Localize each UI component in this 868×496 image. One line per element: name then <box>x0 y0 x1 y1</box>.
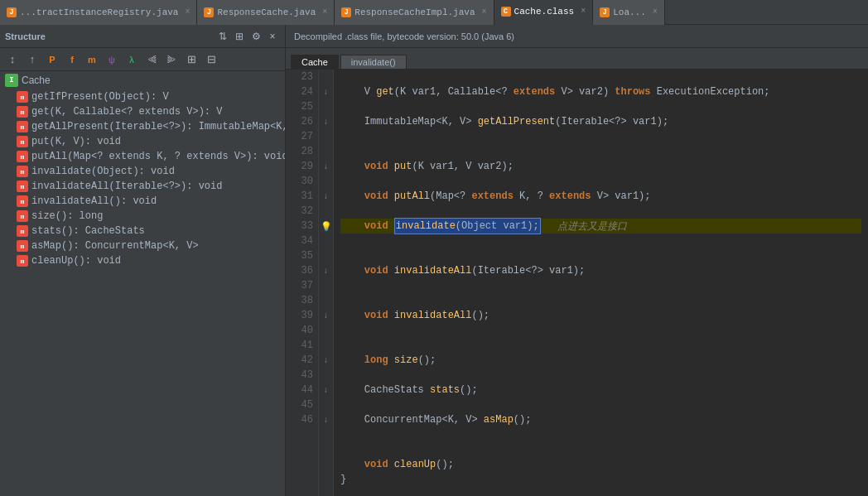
tab-icon-1: J <box>7 7 17 17</box>
show-public-btn[interactable]: P <box>43 51 61 69</box>
tab-cache-class[interactable]: C Cache.class × <box>494 0 594 25</box>
linenum-44: 44 <box>291 383 313 397</box>
method-name-8: size(): long <box>31 210 103 222</box>
settings-btn[interactable]: ⚙ <box>248 29 263 44</box>
align-left-btn[interactable]: ⫷ <box>142 51 161 69</box>
tab-icon-5: J <box>600 7 610 17</box>
linenum-41: 41 <box>291 338 313 353</box>
tab-tractinstanceregistry[interactable]: J ...tractInstanceRegistry.java × <box>0 0 197 25</box>
gutter-43 <box>319 368 333 383</box>
token-31-3: putAll <box>394 189 430 204</box>
linenum-42: 42 <box>291 353 313 368</box>
token-33-3: invalidate <box>396 220 456 232</box>
struct-item-5[interactable]: m invalidate(Object): void <box>0 164 285 179</box>
token-36-3: invalidateAll <box>394 263 472 278</box>
struct-item-8[interactable]: m size(): long <box>0 209 285 224</box>
gutter-37 <box>319 278 333 293</box>
info-bar: Decompiled .class file, bytecode version… <box>286 25 868 48</box>
method-icon-1: m <box>17 106 28 118</box>
token-36-2: void <box>364 263 394 278</box>
code-line-25 <box>340 99 861 114</box>
close-panel-btn[interactable]: × <box>265 29 280 44</box>
token-24-3: get <box>376 84 394 99</box>
gutter-33: 💡 <box>319 219 333 234</box>
arrow-44: ↓ <box>323 386 328 395</box>
struct-item-7[interactable]: m invalidateAll(): void <box>0 194 285 209</box>
tab-responsecacheimpl[interactable]: J ResponseCacheImpl.java × <box>335 0 494 25</box>
token-42-4: (); <box>418 353 436 368</box>
tab-loa[interactable]: J Loa... × <box>593 0 665 25</box>
arrow-46: ↓ <box>323 416 328 425</box>
sort-type-btn[interactable]: ↑ <box>23 51 41 69</box>
show-anon-btn[interactable]: λ <box>123 51 141 69</box>
gutter-29: ↓ <box>319 159 333 174</box>
right-panel: Decompiled .class file, bytecode version… <box>286 25 868 496</box>
code-line-48 <box>340 442 861 457</box>
arrow-29: ↓ <box>323 162 328 171</box>
token-31-6: K, ? <box>519 189 549 204</box>
token-42-1 <box>340 353 364 368</box>
tab-close-2[interactable]: × <box>322 7 327 17</box>
code-line-27 <box>340 129 861 144</box>
tab-responsecache[interactable]: J ResponseCache.java × <box>197 0 335 25</box>
tab-label-2: ResponseCache.java <box>217 7 316 17</box>
tab-close-4[interactable]: × <box>581 7 586 16</box>
token-33-3-highlighted: invalidate(Object var1); <box>394 218 541 234</box>
token-33-4: (Object var1); <box>456 220 539 232</box>
struct-item-3[interactable]: m put(K, V): void <box>0 134 285 149</box>
token-33-1 <box>340 219 364 234</box>
token-44-4: (); <box>460 383 478 397</box>
editor-tab-invalidate[interactable]: invalidate() <box>340 55 407 69</box>
method-icon-11: m <box>17 255 28 267</box>
show-methods-btn[interactable]: m <box>83 51 101 69</box>
editor-tab-cache[interactable]: Cache <box>291 55 339 69</box>
token-46-3: asMap <box>484 412 514 427</box>
sort-alpha-btn[interactable]: ↕ <box>3 51 22 69</box>
tab-icon-2: J <box>204 7 214 17</box>
method-name-11: cleanUp(): void <box>31 255 121 267</box>
expand-all-btn[interactable]: ⊞ <box>182 51 200 69</box>
linenum-26: 26 <box>291 114 313 129</box>
gutter-38 <box>319 293 333 308</box>
code-line-24: V get(K var1, Callable<? extends V> var2… <box>340 84 861 99</box>
linenum-46: 46 <box>291 412 313 427</box>
struct-item-4[interactable]: m putAll(Map<? extends K, ? extends V>):… <box>0 149 285 164</box>
code-line-28 <box>340 144 861 159</box>
arrow-36: ↓ <box>323 267 328 276</box>
tab-label-5: Loa... <box>613 7 646 17</box>
method-name-3: put(K, V): void <box>31 136 121 147</box>
show-fields-btn[interactable]: f <box>63 51 81 69</box>
gutter-27 <box>319 129 333 144</box>
struct-item-2[interactable]: m getAllPresent(Iterable<?>): ImmutableM… <box>0 119 285 134</box>
tab-close-3[interactable]: × <box>482 7 487 17</box>
tab-icon-4: C <box>501 7 511 17</box>
code-area[interactable]: 23 24 25 26 27 28 29 30 31 32 33 34 35 3… <box>286 70 868 496</box>
panel-actions: ⇅ ⊞ ⚙ × <box>215 29 280 44</box>
gutter-31: ↓ <box>319 189 333 204</box>
struct-item-9[interactable]: m stats(): CacheStats <box>0 224 285 238</box>
expand-btn[interactable]: ⊞ <box>232 29 247 44</box>
token-24-6: Callable<? <box>448 84 514 99</box>
tab-close-1[interactable]: × <box>185 7 190 17</box>
struct-item-0[interactable]: m getIfPresent(Object): V <box>0 89 285 104</box>
linenum-45: 45 <box>291 397 313 412</box>
token-42-3: size <box>394 353 418 368</box>
struct-item-6[interactable]: m invalidateAll(Iterable<?>): void <box>0 179 285 194</box>
linenum-28: 28 <box>291 144 313 159</box>
root-class-label: Cache <box>22 75 51 86</box>
tab-close-5[interactable]: × <box>653 7 658 17</box>
struct-item-11[interactable]: m cleanUp(): void <box>0 253 285 268</box>
collapse-all-btn[interactable]: ⊟ <box>202 51 220 69</box>
linenum-32: 32 <box>291 204 313 219</box>
struct-item-1[interactable]: m get(K, Callable<? extends V>): V <box>0 104 285 119</box>
info-text: Decompiled .class file, bytecode version… <box>294 31 514 41</box>
align-right-btn[interactable]: ⫸ <box>162 51 181 69</box>
struct-item-10[interactable]: m asMap(): ConcurrentMap<K, V> <box>0 238 285 253</box>
token-26-4: (Iterable<?> var1); <box>555 114 668 129</box>
token-26-2: ImmutableMap<K, V> <box>364 114 478 129</box>
sort-btn[interactable]: ⇅ <box>215 29 230 44</box>
token-44-3: stats <box>430 383 460 397</box>
show-inherited-btn[interactable]: ψ <box>103 51 121 69</box>
code-line-30 <box>340 174 861 189</box>
token-31-8: V> var1); <box>597 189 651 204</box>
